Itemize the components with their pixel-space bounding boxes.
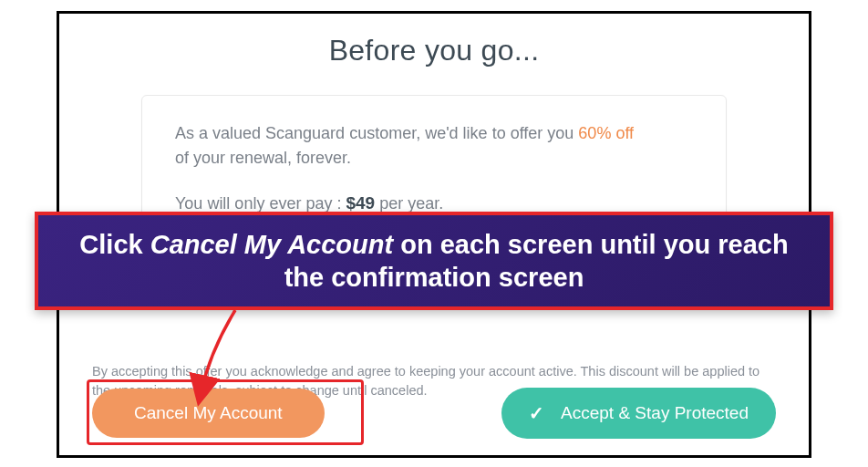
page-title: Before you go... — [59, 34, 809, 67]
offer-prefix: As a valued Scanguard customer, we'd lik… — [175, 124, 578, 142]
price: $49 — [346, 193, 375, 213]
annotation-em: Cancel My Account — [150, 230, 393, 259]
discount-highlight: 60% off — [578, 124, 634, 142]
offer-line2: of your renewal, forever. — [175, 149, 351, 167]
offer-text: As a valued Scanguard customer, we'd lik… — [175, 121, 693, 171]
accept-button-label: Accept & Stay Protected — [561, 403, 749, 423]
annotation-text: Click Cancel My Account on each screen u… — [64, 228, 804, 295]
pay-prefix: You will only ever pay : — [175, 194, 346, 213]
check-icon: ✓ — [529, 402, 544, 424]
accept-button[interactable]: ✓ Accept & Stay Protected — [501, 388, 776, 439]
annotation-banner: Click Cancel My Account on each screen u… — [35, 212, 833, 310]
cancel-button[interactable]: Cancel My Account — [92, 389, 325, 438]
pay-suffix: per year. — [375, 194, 443, 213]
annotation-before: Click — [79, 230, 150, 259]
cancel-button-label: Cancel My Account — [134, 403, 283, 423]
button-row: Cancel My Account ✓ Accept & Stay Protec… — [92, 388, 776, 439]
